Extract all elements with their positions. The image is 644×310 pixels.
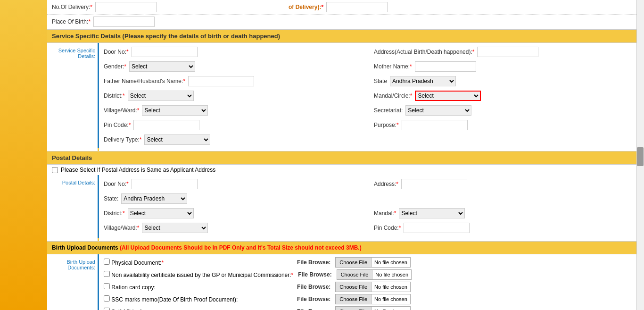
mandal-circle-select[interactable]: Select	[415, 91, 481, 101]
non-avail-checkbox[interactable]	[104, 271, 110, 277]
place-of-birth-input[interactable]	[93, 17, 155, 27]
postal-address-input[interactable]	[401, 179, 467, 189]
postal-details-fields: Door No:* Address:* State: Andhra Prades…	[99, 175, 644, 241]
postal-door-no-field: Door No:*	[104, 179, 369, 189]
choose-file-btn-2[interactable]: Choose File	[337, 269, 373, 280]
affidavit-checkbox[interactable]	[104, 308, 110, 310]
mother-name-input[interactable]	[415, 61, 476, 72]
purpose-input[interactable]	[402, 120, 468, 130]
file-browse-label-3: File Browse:	[297, 284, 330, 290]
place-of-birth-label: Place Of Birth:*	[52, 18, 91, 25]
father-name-input[interactable]	[188, 76, 254, 86]
upload-label-col: Birth Upload Documents:	[47, 254, 99, 310]
state-field: State Andhra Pradesh	[374, 76, 639, 86]
postal-details-label-col: Postal Details:	[47, 175, 99, 241]
door-no-input[interactable]	[132, 47, 198, 57]
upload-row-affidavit: Self Affidavit: File Browse: Choose File…	[104, 306, 639, 310]
door-no-field: Door No:*	[104, 47, 369, 57]
choose-file-btn-1[interactable]: Choose File	[335, 257, 372, 268]
delivery-type-select[interactable]: Select	[144, 134, 210, 145]
postal-details-body: Postal Details: Door No:* Address:* Stat…	[47, 175, 644, 241]
file-input-group-5: Choose File No file chosen	[335, 306, 410, 310]
pin-code-label: Pin Code:*	[104, 122, 131, 128]
district-select[interactable]: Select	[128, 91, 194, 101]
ssc-checkbox[interactable]	[104, 295, 110, 302]
postal-same-label: Please Select If Postal Address is Same …	[61, 167, 215, 173]
delivery-type-label: Delivery Type:*	[104, 136, 141, 143]
choose-file-btn-4[interactable]: Choose File	[335, 294, 372, 304]
district-field: District:* Select	[104, 91, 369, 101]
address-input[interactable]	[477, 47, 538, 57]
service-specific-fields: Door No:* Address(Actual Birth/Death hap…	[99, 43, 644, 151]
service-specific-header: Service Specific Details (Please specify…	[47, 29, 644, 43]
postal-district-field: District:* Select	[104, 208, 369, 218]
secretariat-field: Secretariat: Select	[374, 105, 639, 116]
file-input-group-4: Choose File No file chosen	[335, 294, 410, 304]
upload-row-non-avail: Non availability certificate issued by t…	[104, 269, 639, 280]
gender-label: Gender:*	[104, 63, 126, 70]
file-chosen-text-2: No file chosen	[372, 269, 412, 280]
upload-fields: Physical Document:* File Browse: Choose …	[99, 254, 644, 310]
postal-village-ward-select[interactable]: Select	[142, 223, 208, 233]
file-chosen-text-5: No file chosen	[372, 306, 411, 310]
postal-state-label: State:	[104, 195, 118, 202]
gender-field: Gender:* Select Male Female Other	[104, 61, 369, 72]
postal-details-label: Postal Details:	[62, 180, 95, 185]
postal-door-no-input[interactable]	[132, 179, 198, 189]
pin-code-input[interactable]	[133, 120, 199, 130]
service-specific-label-col: Service Specific Details:	[47, 43, 99, 151]
choose-file-btn-5[interactable]: Choose File	[335, 306, 372, 310]
file-browse-label-2: File Browse:	[298, 271, 331, 278]
state-select[interactable]: Andhra Pradesh	[390, 76, 456, 86]
postal-district-select[interactable]: Select	[128, 208, 194, 218]
file-input-group-1: Choose File No file chosen	[335, 257, 410, 268]
father-name-field: Father Name/Husband's Name:*	[104, 76, 369, 86]
village-ward-label: Village/Ward:*	[104, 107, 139, 114]
address-label: Address(Actual Birth/Death happened):*	[374, 49, 474, 55]
gender-select[interactable]: Select Male Female Other	[129, 61, 195, 72]
state-label: State	[374, 78, 387, 84]
postal-mandal-label: Mandal:*	[374, 210, 396, 217]
service-specific-body: Service Specific Details: Door No:* Addr…	[47, 43, 644, 151]
physical-doc-checkbox[interactable]	[104, 259, 110, 265]
mother-name-label: Mother Name:*	[374, 63, 412, 70]
secretariat-select[interactable]: Select	[405, 105, 471, 116]
file-browse-label-5: File Browse:	[297, 308, 330, 310]
postal-state-select[interactable]: Andhra Pradesh	[121, 193, 187, 204]
delivery-type-field: Delivery Type:* Select	[104, 134, 639, 145]
file-input-group-3: Choose File No file chosen	[335, 282, 410, 292]
postal-same-checkbox[interactable]	[52, 167, 58, 173]
mandal-circle-field: Mandal/Circle:* Select	[374, 91, 639, 101]
postal-address-field: Address:*	[374, 179, 639, 189]
postal-details-header: Postal Details	[47, 151, 644, 165]
upload-warning: (All Upload Documents Should be in PDF O…	[120, 244, 362, 251]
postal-state-field: State: Andhra Pradesh	[104, 193, 369, 204]
ration-card-checkbox[interactable]	[104, 283, 110, 289]
file-chosen-text-3: No file chosen	[372, 282, 411, 292]
postal-door-no-label: Door No:*	[104, 181, 129, 187]
physical-doc-label: Physical Document:*	[104, 259, 292, 266]
postal-pin-code-input[interactable]	[404, 223, 470, 233]
upload-label: Birth Upload Documents:	[66, 259, 95, 270]
choose-file-btn-3[interactable]: Choose File	[335, 282, 372, 292]
postal-checkbox-row: Please Select If Postal Address is Same …	[47, 165, 644, 175]
upload-title: Birth Upload Documents	[52, 244, 118, 251]
village-ward-select[interactable]: Select	[142, 105, 208, 116]
father-name-label: Father Name/Husband's Name:*	[104, 78, 185, 84]
no-of-delivery-input[interactable]	[95, 2, 157, 12]
ration-card-label: Ration card copy:	[104, 283, 292, 291]
upload-body: Birth Upload Documents: Physical Documen…	[47, 254, 644, 310]
no-of-delivery-right-label: of Delivery):*	[289, 4, 323, 10]
pin-code-field: Pin Code:*	[104, 120, 369, 130]
door-no-label: Door No:*	[104, 49, 129, 55]
no-of-delivery-right-input[interactable]	[326, 2, 388, 12]
purpose-field: Purpose:*	[374, 120, 639, 130]
upload-section-header: Birth Upload Documents (All Upload Docum…	[47, 241, 644, 254]
file-browse-label-1: File Browse:	[297, 259, 330, 266]
mother-name-field: Mother Name:*	[374, 61, 639, 72]
postal-mandal-select[interactable]: Select	[399, 208, 465, 218]
scrollbar-thumb[interactable]	[637, 147, 644, 166]
scrollbar[interactable]	[636, 0, 644, 310]
non-avail-label: Non availability certificate issued by t…	[104, 271, 293, 278]
left-sidebar-bar	[0, 0, 47, 310]
